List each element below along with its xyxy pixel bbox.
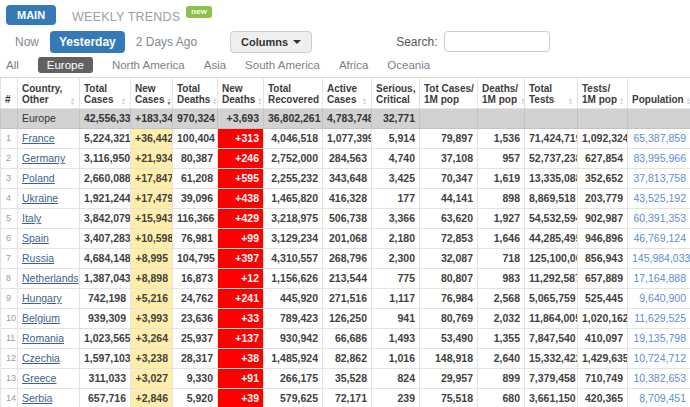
country-link[interactable]: Hungary — [22, 292, 62, 304]
cell-country: Poland — [18, 169, 80, 189]
region-tab-north-america[interactable]: North America — [112, 57, 185, 73]
population-link[interactable]: 65,387,859 — [633, 132, 686, 144]
cell-total-deaths: 100,404 — [173, 129, 218, 149]
table-header-row: #Country,Other▲▼TotalCases▲▼NewCases▲▼To… — [1, 78, 690, 109]
time-filter-2-days-ago[interactable]: 2 Days Ago — [127, 31, 206, 53]
col-header-total-recovered[interactable]: TotalRecovered▲▼ — [264, 78, 323, 109]
search-input[interactable] — [444, 31, 550, 52]
population-link[interactable]: 10,382,653 — [633, 372, 686, 384]
population-link[interactable]: 37,813,758 — [633, 172, 686, 184]
col-header-total-deaths[interactable]: TotalDeaths▲▼ — [173, 78, 218, 109]
cell-population: 10,382,653 — [628, 369, 690, 389]
col-header-population[interactable]: Population▲▼ — [628, 78, 690, 109]
col-header-new-cases[interactable]: NewCases▲▼ — [131, 78, 173, 109]
time-filter-row: NowYesterday2 Days Ago Columns Search: — [0, 28, 690, 55]
country-link[interactable]: Russia — [22, 252, 54, 264]
country-link[interactable]: Italy — [22, 212, 41, 224]
country-link[interactable]: Spain — [22, 232, 49, 244]
cell-rank: 12 — [1, 349, 18, 369]
cell-serious-critical: 1,117 — [372, 289, 420, 309]
country-link[interactable]: Poland — [22, 172, 55, 184]
country-link[interactable]: Ukraine — [22, 192, 58, 204]
region-tab-africa[interactable]: Africa — [339, 57, 368, 73]
cell-total-cases: 311,033 — [80, 369, 131, 389]
region-tab-oceania[interactable]: Oceania — [387, 57, 430, 73]
cell-population: 37,813,758 — [628, 169, 690, 189]
cell-active-cases: 271,516 — [323, 289, 372, 309]
region-tab-europe[interactable]: Europe — [38, 57, 93, 73]
col-header-total-tests[interactable]: TotalTests▲▼ — [525, 78, 578, 109]
cell-tot-cases-1m: 148,918 — [420, 349, 478, 369]
col-header-active-cases[interactable]: ActiveCases▲▼ — [323, 78, 372, 109]
region-tab-south-america[interactable]: South America — [245, 57, 320, 73]
cell-new-deaths: +397 — [218, 249, 264, 269]
population-link[interactable]: 8,709,451 — [639, 392, 686, 404]
cell-total-cases: 42,556,333 — [80, 109, 131, 129]
cell-total-cases: 3,407,283 — [80, 229, 131, 249]
cell-tot-cases-1m: 32,087 — [420, 249, 478, 269]
cell-total-cases: 1,921,244 — [80, 189, 131, 209]
weekly-trends-label: WEEKLY TRENDS — [72, 7, 180, 24]
cell-country: Spain — [18, 229, 80, 249]
cell-rank: 13 — [1, 369, 18, 389]
col-header-tot-cases-1m[interactable]: Tot Cases/1M pop▲▼ — [420, 78, 478, 109]
cell-tests-1m: 410,097 — [578, 329, 628, 349]
population-link[interactable]: 19,135,798 — [633, 332, 686, 344]
region-tabs: AllEuropeNorth AmericaAsiaSouth AmericaA… — [0, 55, 690, 75]
population-link[interactable]: 145,984,033 — [632, 252, 690, 264]
country-link[interactable]: Germany — [22, 152, 65, 164]
cell-tot-cases-1m: 80,807 — [420, 269, 478, 289]
time-filter-group: NowYesterday2 Days Ago — [6, 31, 206, 53]
country-link[interactable]: Serbia — [22, 392, 52, 404]
population-link[interactable]: 10,724,712 — [633, 352, 686, 364]
cell-active-cases: 66,686 — [323, 329, 372, 349]
col-header-label: NewDeaths — [222, 83, 255, 105]
col-header-country[interactable]: Country,Other▲▼ — [18, 78, 80, 109]
col-header-label: Population — [632, 94, 684, 105]
col-header-tests-1m[interactable]: Tests/1M pop▲▼ — [578, 78, 628, 109]
main-tab-button[interactable]: MAIN — [6, 5, 56, 25]
population-link[interactable]: 11,629,525 — [634, 312, 686, 324]
population-link[interactable]: 17,164,888 — [633, 272, 686, 284]
time-filter-now[interactable]: Now — [6, 31, 48, 53]
col-header-total-cases[interactable]: TotalCases▲▼ — [80, 78, 131, 109]
cell-serious-critical: 1,493 — [372, 329, 420, 349]
country-link[interactable]: Greece — [22, 372, 56, 384]
cell-new-cases: +36,442 — [131, 129, 173, 149]
cell-tot-cases-1m: 79,897 — [420, 129, 478, 149]
table-row: 11Romania1,023,565+3,26425,937+137930,94… — [1, 329, 690, 349]
population-link[interactable]: 46,769,124 — [633, 232, 686, 244]
cell-new-deaths: +595 — [218, 169, 264, 189]
country-link[interactable]: Romania — [22, 332, 64, 344]
columns-dropdown-button[interactable]: Columns — [230, 31, 312, 53]
col-header-deaths-1m[interactable]: Deaths/1M pop▲▼ — [478, 78, 525, 109]
cell-population: 60,391,353 — [628, 209, 690, 229]
cell-total-deaths: 24,762 — [173, 289, 218, 309]
region-tab-all[interactable]: All — [6, 57, 19, 73]
col-header-new-deaths[interactable]: NewDeaths▲▼ — [218, 78, 264, 109]
population-link[interactable]: 83,995,966 — [633, 152, 686, 164]
cell-tests-1m: 525,445 — [578, 289, 628, 309]
search-label: Search: — [396, 35, 437, 49]
cell-serious-critical: 32,771 — [372, 109, 420, 129]
country-link[interactable]: Czechia — [22, 352, 60, 364]
cell-country: Romania — [18, 329, 80, 349]
cell-total-recovered: 1,485,924 — [264, 349, 323, 369]
country-link[interactable]: Belgium — [22, 312, 60, 324]
cell-new-deaths: +313 — [218, 129, 264, 149]
cell-country: Europe — [18, 109, 80, 129]
country-link[interactable]: France — [22, 132, 55, 144]
time-filter-yesterday[interactable]: Yesterday — [50, 31, 125, 53]
population-link[interactable]: 9,640,900 — [639, 292, 686, 304]
stats-table-wrap: #Country,Other▲▼TotalCases▲▼NewCases▲▼To… — [0, 77, 690, 407]
cell-active-cases: 343,648 — [323, 169, 372, 189]
country-link[interactable]: Netherlands — [22, 272, 79, 284]
cell-country: Germany — [18, 149, 80, 169]
cell-total-deaths: 16,873 — [173, 269, 218, 289]
population-link[interactable]: 43,525,192 — [633, 192, 686, 204]
weekly-trends-tab[interactable]: WEEKLY TRENDS new — [72, 7, 212, 24]
population-link[interactable]: 60,391,353 — [633, 212, 686, 224]
cell-deaths-1m: 1,646 — [478, 229, 525, 249]
col-header-serious-critical[interactable]: Serious,Critical▲▼ — [372, 78, 420, 109]
region-tab-asia[interactable]: Asia — [204, 57, 226, 73]
